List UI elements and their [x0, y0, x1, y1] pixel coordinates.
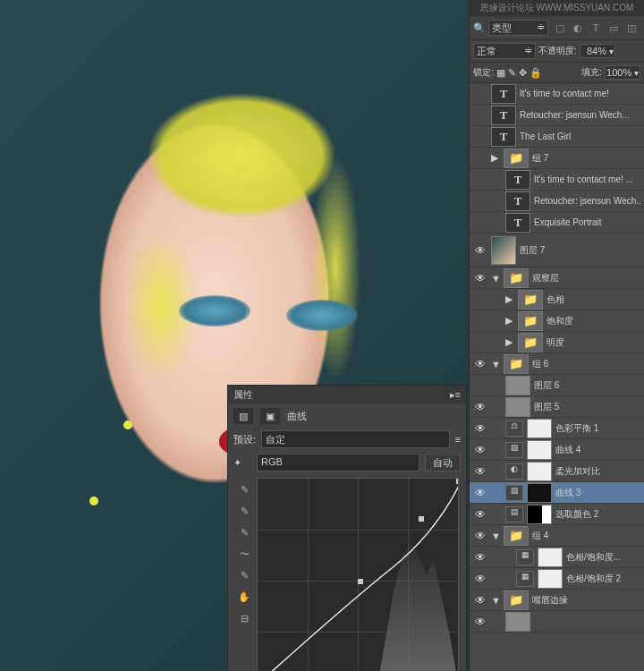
visibility-toggle[interactable]: 👁 [473, 530, 487, 542]
layer-row[interactable]: 👁图层 6 [470, 375, 644, 396]
layers-list[interactable]: 👁TIt's time to contact me!👁TRetoucher: j… [470, 83, 644, 671]
visibility-toggle[interactable]: 👁 [473, 195, 487, 208]
visibility-toggle[interactable]: 👁 [473, 293, 487, 306]
visibility-toggle[interactable]: 👁 [473, 401, 487, 413]
visibility-toggle[interactable]: 👁 [473, 336, 487, 349]
eyedropper-white-icon[interactable]: ✎ [233, 524, 255, 540]
visibility-toggle[interactable]: 👁 [473, 594, 487, 607]
visibility-toggle[interactable]: 👁 [473, 88, 487, 100]
layer-name[interactable]: Exquisite Portrait [534, 217, 640, 227]
visibility-toggle[interactable]: 👁 [473, 422, 487, 435]
lock-position-icon[interactable]: ✥ [519, 67, 527, 79]
filter-shape-icon[interactable]: ▭ [606, 21, 621, 35]
filter-smart-icon[interactable]: ◫ [624, 21, 639, 35]
preset-dropdown[interactable]: 自定 [261, 430, 450, 448]
visibility-toggle[interactable]: 👁 [473, 487, 487, 499]
layer-name[interactable]: 色相/饱和度 2 [566, 573, 640, 585]
layer-name[interactable]: 选取颜色 2 [555, 508, 640, 521]
layer-mask-thumbnail[interactable] [538, 569, 563, 589]
filter-adjust-icon[interactable]: ◐ [571, 21, 585, 35]
layer-row[interactable]: 👁▧曲线 4 [470, 439, 644, 461]
layer-name[interactable]: 图层 7 [520, 244, 640, 257]
visibility-toggle[interactable]: 👁 [473, 152, 487, 165]
layer-row[interactable]: 👁TRetoucher: jsensun Wech... [470, 191, 644, 212]
disclosure-triangle[interactable]: ▶ [491, 152, 500, 164]
layer-row[interactable]: 👁▼📁组 4 [470, 525, 644, 547]
layer-name[interactable]: 组 6 [532, 358, 640, 370]
layer-row[interactable]: 👁▦色相/饱和度 2 [470, 568, 644, 590]
layer-name[interactable]: The Last Girl [520, 132, 640, 141]
panel-menu-icon[interactable]: ▸≡ [450, 389, 461, 401]
channel-dropdown[interactable]: RGB [257, 454, 419, 471]
layer-row[interactable]: 👁▼📁组 6 [470, 353, 644, 375]
layer-mask-thumbnail[interactable] [527, 483, 552, 503]
disclosure-triangle[interactable]: ▼ [491, 273, 500, 284]
visibility-toggle[interactable]: 👁 [473, 616, 487, 628]
layer-mask-thumbnail[interactable] [527, 505, 552, 524]
visibility-toggle[interactable]: 👁 [473, 508, 487, 521]
adjustment-tab-icon[interactable]: ▧ [233, 408, 253, 424]
layer-row[interactable]: 👁▶📁组 7 [470, 148, 644, 169]
visibility-toggle[interactable]: 👁 [473, 174, 487, 186]
layer-row[interactable]: 👁图层 7 [470, 234, 644, 268]
visibility-toggle[interactable]: 👁 [473, 109, 487, 122]
layer-mask-thumbnail[interactable] [527, 462, 552, 481]
filter-kind-dropdown[interactable]: 类型 ≑ [488, 20, 548, 36]
eyedropper-gray-icon[interactable]: ✎ [233, 503, 255, 519]
search-icon[interactable]: 🔍 [473, 22, 486, 34]
layer-name[interactable]: 色相/饱和度... [566, 551, 640, 564]
layer-row[interactable]: 👁▦色相/饱和度... [470, 547, 644, 568]
layer-row[interactable]: 👁▶📁明度 [470, 332, 644, 353]
auto-button[interactable]: 自动 [425, 454, 461, 471]
edit-points-icon[interactable]: 〜 [233, 546, 255, 562]
layer-row[interactable]: 👁▤选取颜色 2 [470, 504, 644, 525]
layer-row[interactable]: 👁▼📁嘴唇边缘 [470, 590, 644, 611]
disclosure-triangle[interactable]: ▼ [491, 359, 500, 369]
layer-name[interactable]: 色彩平衡 1 [555, 422, 640, 435]
hand-icon[interactable]: ✋ [233, 589, 255, 605]
layer-name[interactable]: 图层 6 [534, 379, 640, 392]
layer-name[interactable]: 柔光加对比 [555, 465, 640, 478]
visibility-toggle[interactable]: 👁 [473, 217, 487, 229]
layer-name[interactable]: Retoucher: jsensun Wech... [520, 110, 640, 120]
visibility-toggle[interactable]: 👁 [473, 465, 487, 478]
layer-name[interactable]: It's time to contact me! [520, 89, 640, 98]
layer-name[interactable]: It's time to contact me! ... [534, 174, 640, 184]
layer-row[interactable]: 👁 [470, 611, 644, 633]
layer-row[interactable]: 👁⚖色彩平衡 1 [470, 418, 644, 439]
disclosure-triangle[interactable]: ▼ [491, 595, 500, 606]
layer-name[interactable]: 嘴唇边缘 [532, 594, 640, 607]
layer-name[interactable]: 观察层 [532, 272, 640, 285]
disclosure-triangle[interactable]: ▶ [505, 336, 514, 348]
layer-mask-thumbnail[interactable] [527, 440, 552, 460]
layer-name[interactable]: 图层 5 [534, 401, 640, 413]
mask-tab-icon[interactable]: ▣ [260, 408, 280, 424]
opacity-input[interactable]: 84% ▾ [580, 44, 615, 58]
layer-row[interactable]: 👁图层 5 [470, 396, 644, 418]
curves-tool-icon[interactable]: ✦ [233, 457, 251, 469]
fill-input[interactable]: 100% ▾ [605, 65, 640, 80]
layer-mask-thumbnail[interactable] [527, 419, 552, 438]
visibility-toggle[interactable]: 👁 [473, 573, 487, 585]
clip-icon[interactable]: ⊟ [233, 610, 255, 626]
visibility-toggle[interactable]: 👁 [473, 244, 487, 257]
layer-name[interactable]: 曲线 4 [555, 444, 640, 456]
properties-header[interactable]: 属性 ▸≡ [228, 386, 466, 404]
layer-name[interactable]: 曲线 3 [555, 487, 640, 499]
layer-row[interactable]: 👁TIt's time to contact me! [470, 83, 644, 105]
layer-name[interactable]: 明度 [547, 336, 640, 349]
visibility-toggle[interactable]: 👁 [473, 315, 487, 327]
lock-all-icon[interactable]: 🔒 [530, 67, 542, 79]
preset-menu-icon[interactable]: ≡ [455, 434, 461, 445]
filter-pixel-icon[interactable]: ▢ [553, 21, 567, 35]
visibility-toggle[interactable]: 👁 [473, 272, 487, 285]
layer-row[interactable]: 👁▶📁色相 [470, 289, 644, 310]
layer-name[interactable]: 饱和度 [547, 315, 640, 327]
visibility-toggle[interactable]: 👁 [473, 358, 487, 370]
filter-type-icon[interactable]: T [589, 21, 603, 35]
visibility-toggle[interactable]: 👁 [473, 379, 487, 392]
disclosure-triangle[interactable]: ▼ [491, 531, 500, 541]
blend-mode-dropdown[interactable]: 正常 ≑ [473, 43, 536, 59]
disclosure-triangle[interactable]: ▶ [505, 293, 514, 305]
layer-row[interactable]: 👁▼📁观察层 [470, 268, 644, 289]
